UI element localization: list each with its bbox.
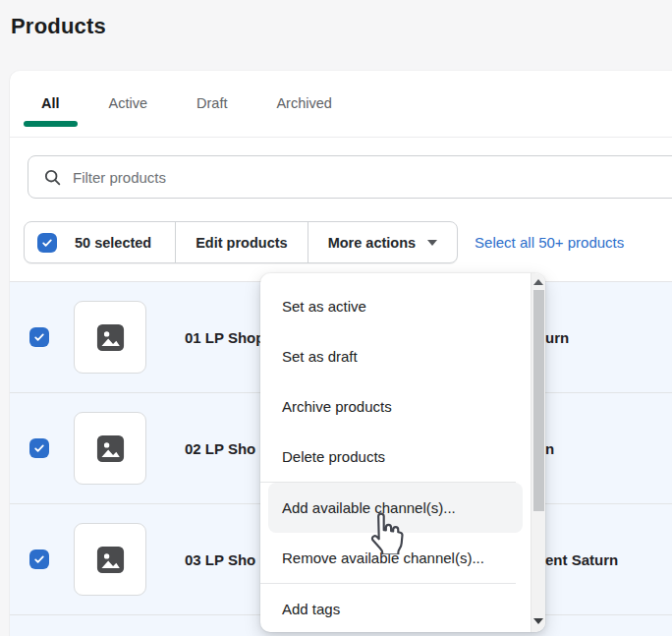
product-title-tail: n	[545, 440, 554, 457]
product-title-tail: ent Saturn	[545, 551, 618, 568]
scrollbar-thumb[interactable]	[533, 290, 544, 511]
tab-label: Archived	[276, 95, 331, 111]
more-actions-button[interactable]: More actions	[308, 222, 457, 262]
product-thumbnail	[74, 523, 146, 596]
menu-item-add-tags[interactable]: Add tags	[268, 584, 523, 632]
select-all-checkbox[interactable]	[37, 233, 57, 253]
tab-archived[interactable]: Archived	[256, 75, 351, 131]
product-title-tail: urn	[545, 329, 569, 346]
filter-products-field[interactable]	[28, 155, 672, 199]
image-placeholder-icon	[95, 322, 126, 353]
search-icon	[43, 168, 62, 187]
more-actions-label: More actions	[328, 235, 416, 251]
filter-row	[10, 138, 672, 199]
tab-all[interactable]: All	[22, 75, 80, 131]
tab-label: Active	[109, 95, 148, 111]
page-title: Products	[11, 14, 106, 39]
image-placeholder-icon	[95, 434, 126, 464]
bulk-actions-bar: 50 selected Edit products More actions S…	[10, 199, 672, 263]
checkmark-icon	[32, 330, 46, 344]
menu-item-set-as-active[interactable]: Set as active	[268, 281, 523, 331]
scroll-down-icon[interactable]	[533, 618, 543, 624]
product-title[interactable]: 01 LP Shop	[185, 329, 264, 346]
tab-bar: All Active Draft Archived	[10, 71, 672, 138]
tab-active[interactable]: Active	[89, 75, 168, 131]
caret-down-icon	[427, 240, 437, 246]
product-thumbnail	[74, 412, 146, 485]
menu-item-remove-available-channels[interactable]: Remove available channel(s)...	[268, 533, 523, 583]
menu-item-delete-products[interactable]: Delete products	[268, 432, 523, 482]
tab-label: Draft	[196, 95, 227, 111]
row-checkbox[interactable]	[29, 327, 49, 347]
selected-count-button[interactable]: 50 selected	[25, 222, 176, 262]
selected-count-label: 50 selected	[75, 235, 151, 251]
filter-products-input[interactable]	[73, 169, 672, 186]
menu-list: Set as active Set as draft Archive produ…	[260, 273, 545, 632]
bulk-button-group: 50 selected Edit products More actions	[24, 221, 458, 263]
menu-item-archive-products[interactable]: Archive products	[268, 381, 523, 432]
scroll-up-icon[interactable]	[533, 279, 543, 285]
product-title[interactable]: 02 LP Sho	[185, 440, 255, 457]
row-checkbox[interactable]	[29, 549, 49, 569]
product-thumbnail	[74, 301, 146, 374]
edit-products-button[interactable]: Edit products	[176, 222, 308, 262]
menu-scrollbar[interactable]	[531, 273, 545, 632]
more-actions-menu: Set as active Set as draft Archive produ…	[260, 273, 545, 632]
tab-draft[interactable]: Draft	[177, 75, 247, 131]
menu-item-add-available-channels[interactable]: Add available channel(s)...	[268, 483, 523, 533]
tab-label: All	[41, 95, 60, 111]
row-checkbox[interactable]	[29, 438, 49, 458]
checkmark-icon	[40, 236, 54, 250]
checkmark-icon	[32, 552, 46, 566]
product-title[interactable]: 03 LP Sho	[185, 551, 255, 568]
select-all-link[interactable]: Select all 50+ products	[475, 234, 624, 251]
image-placeholder-icon	[95, 545, 126, 575]
checkmark-icon	[32, 441, 46, 455]
menu-item-set-as-draft[interactable]: Set as draft	[268, 331, 523, 381]
